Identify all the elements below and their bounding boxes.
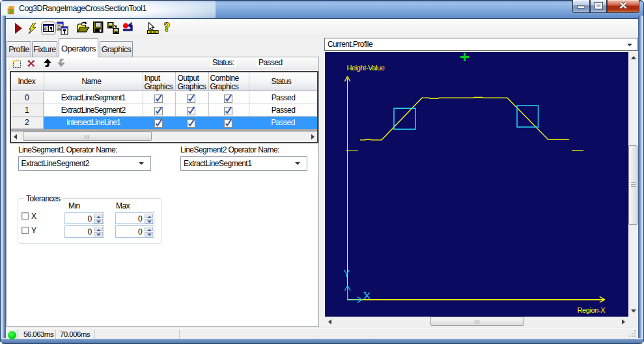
svg-text:?: ? — [164, 22, 170, 33]
svg-text:Height-Value: Height-Value — [347, 64, 385, 72]
svg-text:Region-X: Region-X — [578, 306, 606, 314]
